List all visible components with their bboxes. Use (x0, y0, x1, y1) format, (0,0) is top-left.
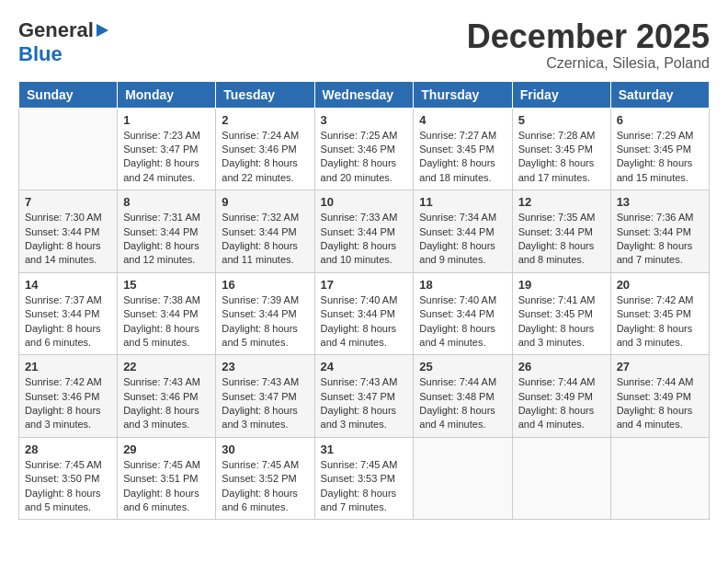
day-info: Sunrise: 7:29 AMSunset: 3:45 PMDaylight:… (617, 129, 703, 186)
calendar-cell: 12Sunrise: 7:35 AMSunset: 3:44 PMDayligh… (512, 190, 610, 273)
day-number: 4 (419, 113, 506, 127)
day-number: 6 (617, 113, 703, 127)
day-number: 12 (518, 195, 605, 209)
day-number: 21 (25, 360, 111, 373)
column-header-monday: Monday (118, 81, 216, 108)
day-number: 29 (123, 442, 210, 456)
calendar-week-row: 21Sunrise: 7:42 AMSunset: 3:46 PMDayligh… (19, 355, 710, 438)
calendar-cell: 25Sunrise: 7:44 AMSunset: 3:48 PMDayligh… (414, 355, 512, 438)
calendar-header-row: SundayMondayTuesdayWednesdayThursdayFrid… (19, 81, 710, 108)
calendar-cell: 24Sunrise: 7:43 AMSunset: 3:47 PMDayligh… (314, 355, 414, 438)
day-number: 2 (222, 113, 308, 127)
day-number: 10 (321, 195, 408, 209)
day-number: 30 (222, 442, 308, 456)
day-info: Sunrise: 7:39 AMSunset: 3:44 PMDaylight:… (222, 293, 308, 350)
day-number: 28 (25, 442, 111, 456)
day-info: Sunrise: 7:43 AMSunset: 3:47 PMDaylight:… (222, 375, 308, 432)
calendar-cell: 8Sunrise: 7:31 AMSunset: 3:44 PMDaylight… (118, 190, 216, 273)
calendar-cell: 10Sunrise: 7:33 AMSunset: 3:44 PMDayligh… (314, 190, 414, 273)
day-info: Sunrise: 7:38 AMSunset: 3:44 PMDaylight:… (123, 293, 210, 350)
day-number: 26 (518, 360, 605, 373)
title-block: December 2025 Czernica, Silesia, Poland (467, 18, 710, 72)
day-info: Sunrise: 7:42 AMSunset: 3:45 PMDaylight:… (617, 293, 703, 350)
day-number: 22 (123, 360, 210, 373)
calendar-cell: 30Sunrise: 7:45 AMSunset: 3:52 PMDayligh… (216, 437, 314, 520)
day-info: Sunrise: 7:35 AMSunset: 3:44 PMDaylight:… (518, 211, 605, 268)
calendar-week-row: 14Sunrise: 7:37 AMSunset: 3:44 PMDayligh… (19, 272, 710, 355)
day-number: 19 (518, 278, 605, 292)
calendar-cell: 7Sunrise: 7:30 AMSunset: 3:44 PMDaylight… (19, 190, 118, 273)
calendar-cell: 9Sunrise: 7:32 AMSunset: 3:44 PMDaylight… (216, 190, 314, 273)
calendar-cell (610, 437, 709, 520)
day-info: Sunrise: 7:40 AMSunset: 3:44 PMDaylight:… (419, 293, 506, 350)
month-title: December 2025 (467, 18, 710, 55)
calendar-cell: 2Sunrise: 7:24 AMSunset: 3:46 PMDaylight… (216, 108, 314, 190)
calendar-week-row: 7Sunrise: 7:30 AMSunset: 3:44 PMDaylight… (19, 190, 710, 273)
calendar-cell: 14Sunrise: 7:37 AMSunset: 3:44 PMDayligh… (19, 272, 118, 355)
day-info: Sunrise: 7:42 AMSunset: 3:46 PMDaylight:… (25, 375, 111, 432)
day-info: Sunrise: 7:45 AMSunset: 3:53 PMDaylight:… (321, 458, 408, 515)
day-number: 18 (419, 278, 506, 292)
day-number: 3 (321, 113, 408, 127)
calendar-cell: 23Sunrise: 7:43 AMSunset: 3:47 PMDayligh… (216, 355, 314, 438)
logo-blue: Blue (18, 42, 63, 66)
day-info: Sunrise: 7:27 AMSunset: 3:45 PMDaylight:… (419, 129, 506, 186)
calendar-cell: 20Sunrise: 7:42 AMSunset: 3:45 PMDayligh… (610, 272, 709, 355)
calendar-table: SundayMondayTuesdayWednesdayThursdayFrid… (18, 81, 710, 521)
day-number: 7 (25, 195, 111, 209)
calendar-cell: 29Sunrise: 7:45 AMSunset: 3:51 PMDayligh… (118, 437, 216, 520)
column-header-wednesday: Wednesday (314, 81, 414, 108)
day-number: 15 (123, 278, 210, 292)
day-number: 13 (617, 195, 703, 209)
day-info: Sunrise: 7:28 AMSunset: 3:45 PMDaylight:… (518, 129, 605, 186)
day-info: Sunrise: 7:44 AMSunset: 3:49 PMDaylight:… (518, 375, 605, 432)
day-info: Sunrise: 7:45 AMSunset: 3:51 PMDaylight:… (123, 458, 210, 515)
calendar-cell: 18Sunrise: 7:40 AMSunset: 3:44 PMDayligh… (414, 272, 512, 355)
calendar-cell: 5Sunrise: 7:28 AMSunset: 3:45 PMDaylight… (512, 108, 610, 190)
day-info: Sunrise: 7:24 AMSunset: 3:46 PMDaylight:… (222, 129, 308, 186)
calendar-week-row: 28Sunrise: 7:45 AMSunset: 3:50 PMDayligh… (19, 437, 710, 520)
day-number: 11 (419, 195, 506, 209)
calendar-cell: 17Sunrise: 7:40 AMSunset: 3:44 PMDayligh… (314, 272, 414, 355)
day-info: Sunrise: 7:45 AMSunset: 3:52 PMDaylight:… (222, 458, 308, 515)
calendar-cell (414, 437, 512, 520)
column-header-saturday: Saturday (610, 81, 709, 108)
day-number: 31 (321, 442, 408, 456)
day-number: 27 (617, 360, 703, 373)
calendar-cell: 11Sunrise: 7:34 AMSunset: 3:44 PMDayligh… (414, 190, 512, 273)
day-info: Sunrise: 7:40 AMSunset: 3:44 PMDaylight:… (321, 293, 408, 350)
calendar-cell (19, 108, 118, 190)
location: Czernica, Silesia, Poland (467, 55, 710, 72)
day-number: 24 (321, 360, 408, 373)
calendar-cell: 22Sunrise: 7:43 AMSunset: 3:46 PMDayligh… (118, 355, 216, 438)
column-header-thursday: Thursday (414, 81, 512, 108)
day-number: 5 (518, 113, 605, 127)
column-header-tuesday: Tuesday (216, 81, 314, 108)
page-header: General Blue December 2025 Czernica, Sil… (18, 18, 710, 72)
day-number: 16 (222, 278, 308, 292)
calendar-cell: 3Sunrise: 7:25 AMSunset: 3:46 PMDaylight… (314, 108, 414, 190)
logo-triangle-icon (97, 24, 108, 37)
calendar-cell: 4Sunrise: 7:27 AMSunset: 3:45 PMDaylight… (414, 108, 512, 190)
calendar-cell: 26Sunrise: 7:44 AMSunset: 3:49 PMDayligh… (512, 355, 610, 438)
calendar-week-row: 1Sunrise: 7:23 AMSunset: 3:47 PMDaylight… (19, 108, 710, 190)
day-info: Sunrise: 7:36 AMSunset: 3:44 PMDaylight:… (617, 211, 703, 268)
calendar-cell: 19Sunrise: 7:41 AMSunset: 3:45 PMDayligh… (512, 272, 610, 355)
day-info: Sunrise: 7:33 AMSunset: 3:44 PMDaylight:… (321, 211, 408, 268)
day-info: Sunrise: 7:30 AMSunset: 3:44 PMDaylight:… (25, 211, 111, 268)
calendar-cell: 6Sunrise: 7:29 AMSunset: 3:45 PMDaylight… (610, 108, 709, 190)
calendar-cell (512, 437, 610, 520)
calendar-cell: 1Sunrise: 7:23 AMSunset: 3:47 PMDaylight… (118, 108, 216, 190)
day-info: Sunrise: 7:43 AMSunset: 3:47 PMDaylight:… (321, 375, 408, 432)
day-info: Sunrise: 7:34 AMSunset: 3:44 PMDaylight:… (419, 211, 506, 268)
logo-general: General (18, 18, 94, 42)
column-header-friday: Friday (512, 81, 610, 108)
day-info: Sunrise: 7:44 AMSunset: 3:48 PMDaylight:… (419, 375, 506, 432)
day-info: Sunrise: 7:31 AMSunset: 3:44 PMDaylight:… (123, 211, 210, 268)
day-number: 20 (617, 278, 703, 292)
calendar-cell: 13Sunrise: 7:36 AMSunset: 3:44 PMDayligh… (610, 190, 709, 273)
logo: General Blue (18, 18, 108, 66)
day-info: Sunrise: 7:44 AMSunset: 3:49 PMDaylight:… (617, 375, 703, 432)
calendar-cell: 15Sunrise: 7:38 AMSunset: 3:44 PMDayligh… (118, 272, 216, 355)
day-info: Sunrise: 7:43 AMSunset: 3:46 PMDaylight:… (123, 375, 210, 432)
